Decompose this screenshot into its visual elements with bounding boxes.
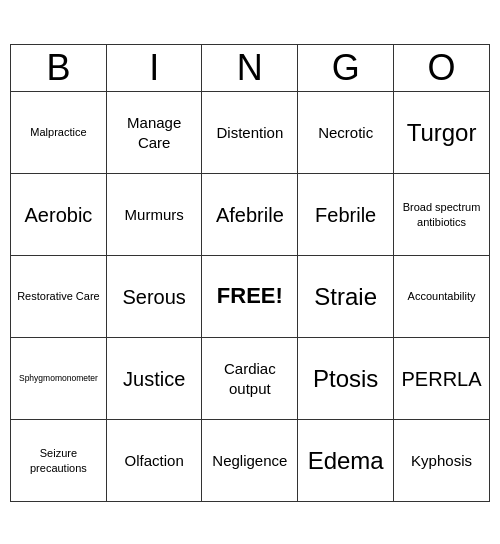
grid-cell-1-2: Afebrile bbox=[202, 174, 298, 256]
grid-cell-1-3: Febrile bbox=[298, 174, 394, 256]
grid-cell-0-2: Distention bbox=[202, 92, 298, 174]
grid-cell-0-0: Malpractice bbox=[11, 92, 107, 174]
grid-row-1: AerobicMurmursAfebrileFebrileBroad spect… bbox=[11, 174, 490, 256]
grid-cell-3-0: Sphygmomonometer bbox=[11, 338, 107, 420]
header-row: BINGO bbox=[11, 45, 490, 92]
grid-cell-0-1: Manage Care bbox=[106, 92, 202, 174]
bingo-card: BINGO MalpracticeManage CareDistentionNe… bbox=[10, 42, 490, 502]
grid-cell-2-2: FREE! bbox=[202, 256, 298, 338]
grid-row-0: MalpracticeManage CareDistentionNecrotic… bbox=[11, 92, 490, 174]
grid-cell-4-0: Seizure precautions bbox=[11, 420, 107, 502]
grid-cell-3-2: Cardiac output bbox=[202, 338, 298, 420]
grid-row-3: SphygmomonometerJusticeCardiac outputPto… bbox=[11, 338, 490, 420]
grid-row-2: Restorative CareSerousFREE!StraieAccount… bbox=[11, 256, 490, 338]
header-letter-N: N bbox=[202, 45, 298, 92]
grid-cell-0-4: Turgor bbox=[394, 92, 490, 174]
grid-cell-0-3: Necrotic bbox=[298, 92, 394, 174]
grid-cell-4-2: Negligence bbox=[202, 420, 298, 502]
grid-cell-2-4: Accountability bbox=[394, 256, 490, 338]
grid-cell-3-3: Ptosis bbox=[298, 338, 394, 420]
grid-cell-3-4: PERRLA bbox=[394, 338, 490, 420]
grid-cell-1-1: Murmurs bbox=[106, 174, 202, 256]
grid-cell-2-3: Straie bbox=[298, 256, 394, 338]
grid-cell-1-0: Aerobic bbox=[11, 174, 107, 256]
grid-row-4: Seizure precautionsOlfactionNegligenceEd… bbox=[11, 420, 490, 502]
grid-cell-2-0: Restorative Care bbox=[11, 256, 107, 338]
bingo-grid: BINGO MalpracticeManage CareDistentionNe… bbox=[10, 44, 490, 502]
grid-cell-4-3: Edema bbox=[298, 420, 394, 502]
header-letter-B: B bbox=[11, 45, 107, 92]
grid-cell-1-4: Broad spectrum antibiotics bbox=[394, 174, 490, 256]
header-letter-O: O bbox=[394, 45, 490, 92]
grid-cell-3-1: Justice bbox=[106, 338, 202, 420]
header-letter-G: G bbox=[298, 45, 394, 92]
grid-cell-4-4: Kyphosis bbox=[394, 420, 490, 502]
header-letter-I: I bbox=[106, 45, 202, 92]
grid-cell-4-1: Olfaction bbox=[106, 420, 202, 502]
grid-cell-2-1: Serous bbox=[106, 256, 202, 338]
